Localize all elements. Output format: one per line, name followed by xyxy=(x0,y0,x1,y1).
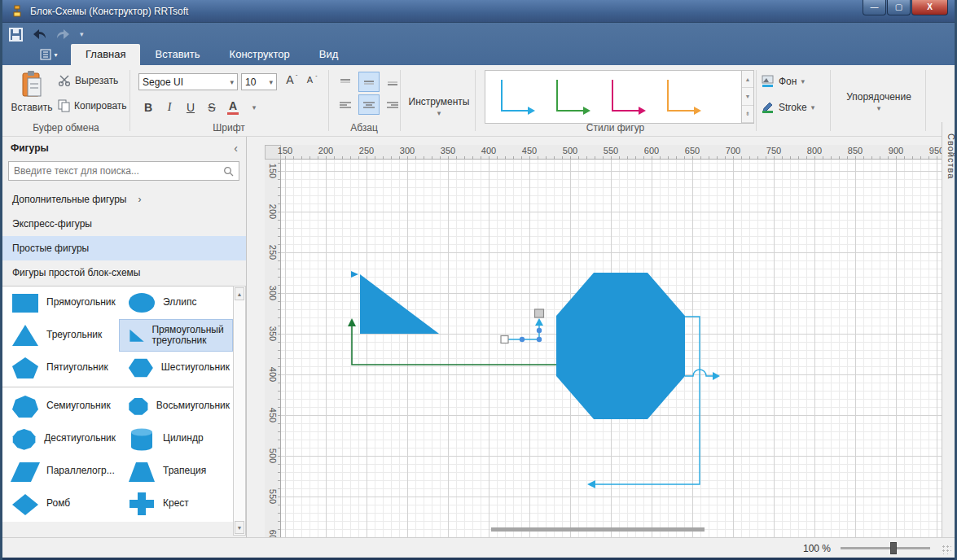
shape-item-rectangle[interactable]: Прямоугольник xyxy=(2,287,119,319)
category-simple-flowchart-shapes[interactable]: Фигуры простой блок-схемы xyxy=(2,260,246,285)
shape-list: Прямоугольник Эллипс Треугольник Прямоуг… xyxy=(2,286,233,522)
style-connector-blue[interactable] xyxy=(495,75,538,119)
maximize-button[interactable]: ▢ xyxy=(887,0,911,15)
paste-icon xyxy=(18,70,46,99)
align-top-button[interactable] xyxy=(335,72,356,92)
hruler-label: 850 xyxy=(848,146,863,155)
font-color-caret-icon[interactable]: ▾ xyxy=(248,103,260,112)
copy-label: Копировать xyxy=(74,100,127,112)
copy-button[interactable]: Копировать xyxy=(58,99,127,112)
rhombus-icon xyxy=(11,492,40,516)
shape-item-cross[interactable]: Крест xyxy=(119,488,233,520)
category-express-shapes[interactable]: Экспресс-фигуры xyxy=(2,212,246,236)
rectangle-icon xyxy=(11,291,40,315)
shape-list-scrollbar[interactable]: ▲ ▼ xyxy=(233,286,246,536)
scroll-down-icon[interactable]: ▼ xyxy=(235,521,244,534)
triangle-icon xyxy=(11,323,40,348)
shape-item-right-triangle[interactable]: Прямоугольный треугольник xyxy=(119,319,233,352)
stroke-caret-icon: ▾ xyxy=(811,103,815,112)
tab-glavnaya[interactable]: Главная xyxy=(71,44,140,65)
qat-dropdown-icon[interactable]: ▾ xyxy=(80,30,84,38)
shape-item-cylinder[interactable]: Цилиндр xyxy=(119,422,233,455)
status-bar: 100 % xyxy=(2,537,955,558)
shape-item-triangle[interactable]: Треугольник xyxy=(2,319,119,352)
align-middle-button[interactable] xyxy=(358,72,380,92)
canvas-octagon xyxy=(556,273,685,419)
shape-item-hexagon[interactable]: Шестиугольник xyxy=(119,352,233,384)
menu-button[interactable]: ▾ xyxy=(37,46,61,63)
vruler-label: 400 xyxy=(268,367,278,382)
font-family-combobox[interactable]: Segoe UI▾ xyxy=(138,73,238,90)
tab-vstavit[interactable]: Вставить xyxy=(140,44,214,65)
paste-label: Вставить xyxy=(11,102,53,113)
shape-item-ellipse[interactable]: Эллипс xyxy=(119,287,233,319)
align-left-button[interactable] xyxy=(335,94,356,115)
vruler-label: 200 xyxy=(268,204,278,219)
redo-icon[interactable] xyxy=(55,28,72,40)
arrange-caret-icon: ▾ xyxy=(833,104,924,112)
search-icon[interactable] xyxy=(223,166,234,177)
copy-icon xyxy=(58,99,70,112)
paste-button[interactable]: Вставить xyxy=(11,70,53,125)
shape-search-input[interactable] xyxy=(9,165,223,177)
undo-icon[interactable] xyxy=(31,28,47,40)
zoom-slider-thumb[interactable] xyxy=(890,542,897,554)
italic-button[interactable]: I xyxy=(164,101,175,114)
shape-item-octagon[interactable]: Восьмиугольник xyxy=(119,390,233,422)
gallery-scroll-down-icon[interactable]: ▼ xyxy=(742,88,753,105)
stroke-button[interactable]: Stroke ▾ xyxy=(762,101,814,114)
hruler-label: 450 xyxy=(522,146,537,155)
bold-button[interactable]: B xyxy=(143,101,154,114)
blue-connector-hop xyxy=(685,370,720,380)
hruler-label: 550 xyxy=(604,146,618,155)
menu-icon xyxy=(40,49,51,60)
panel-collapse-icon[interactable]: ‹ xyxy=(234,142,238,155)
strikethrough-button[interactable]: S xyxy=(206,101,217,114)
shape-item-rhombus[interactable]: Ромб xyxy=(2,488,119,520)
hruler-label: 150 xyxy=(278,146,292,155)
shape-item-decagon[interactable]: Десятиугольник xyxy=(2,422,119,455)
hruler-label: 650 xyxy=(685,146,700,155)
arrange-dropdown-button[interactable]: Упорядочение ▾ xyxy=(833,91,924,112)
heptagon-icon xyxy=(11,394,40,418)
font-size-combobox[interactable]: 10▾ xyxy=(241,73,277,90)
font-color-button[interactable]: A xyxy=(227,99,239,115)
category-additional-shapes[interactable]: Дополнительные фигуры› xyxy=(2,187,246,212)
cut-label: Вырезать xyxy=(75,75,118,86)
zoom-slider[interactable] xyxy=(841,547,930,549)
arrange-label: Упорядочение xyxy=(846,91,911,103)
shape-item-pentagon[interactable]: Пятиугольник xyxy=(2,352,119,384)
tools-dropdown-button[interactable]: Инструменты ▾ xyxy=(403,96,475,117)
gallery-scroll-up-icon[interactable]: ▲ xyxy=(742,71,753,88)
vertical-ruler: 150200250300350400450500550600 xyxy=(265,160,281,537)
style-connector-crimson[interactable] xyxy=(606,75,648,119)
background-button[interactable]: Фон ▾ xyxy=(762,75,805,88)
drawing-canvas[interactable] xyxy=(281,160,942,537)
shape-item-trapezoid[interactable]: Трапеция xyxy=(119,455,233,488)
ribbon-tabs: ▾ Главная Вставить Конструктор Вид xyxy=(2,44,955,65)
resize-grip[interactable] xyxy=(942,545,951,554)
shape-styles-gallery xyxy=(485,70,742,124)
shrink-font-button[interactable]: Aˇ xyxy=(304,75,317,85)
app-window: Блок-Схемы (Конструктор) RRTsoft — ▢ X ▾ xyxy=(0,0,957,560)
shape-item-parallelogram[interactable]: Параллелогр... xyxy=(2,455,119,488)
gallery-expand-icon[interactable]: ⇟ xyxy=(742,106,753,123)
font-family-value: Segoe UI xyxy=(143,77,183,88)
scroll-up-icon[interactable]: ▲ xyxy=(235,287,244,300)
style-connector-orange[interactable] xyxy=(661,75,704,119)
cut-button[interactable]: Вырезать xyxy=(58,75,118,86)
category-simple-shapes[interactable]: Простые фигуры xyxy=(2,236,246,260)
close-button[interactable]: X xyxy=(911,0,948,15)
align-center-button[interactable] xyxy=(358,94,380,115)
properties-tab[interactable]: Свойства xyxy=(946,133,956,179)
shape-item-heptagon[interactable]: Семиугольник xyxy=(2,390,119,422)
style-connector-green[interactable] xyxy=(551,75,593,119)
tab-konstruktor[interactable]: Конструктор xyxy=(215,44,305,65)
paragraph-alignment xyxy=(335,72,403,115)
grow-font-button[interactable]: Aˆ xyxy=(284,73,297,86)
save-icon[interactable] xyxy=(9,28,23,42)
stroke-icon xyxy=(762,101,775,114)
minimize-button[interactable]: — xyxy=(863,0,886,15)
underline-button[interactable]: U xyxy=(185,101,196,114)
tab-vid[interactable]: Вид xyxy=(305,44,353,65)
